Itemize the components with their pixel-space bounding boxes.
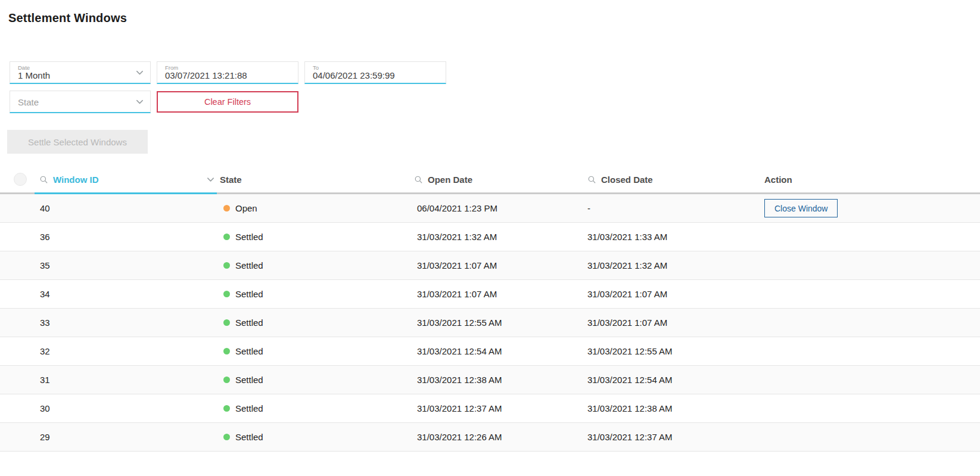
cell-closed-date: 31/03/2021 12:37 AM	[587, 432, 764, 442]
status-label: Settled	[235, 289, 263, 299]
cell-open-date: 31/03/2021 12:38 AM	[406, 375, 587, 385]
cell-window-id: 36	[31, 232, 220, 242]
cell-closed-date: 31/03/2021 1:33 AM	[587, 232, 764, 242]
status-dot-icon	[223, 377, 230, 383]
cell-action: Close Window	[764, 199, 980, 217]
column-header-label: Window ID	[53, 175, 99, 185]
column-header-closed-date[interactable]: Closed Date	[587, 175, 764, 185]
table-row: 29 Settled 31/03/2021 12:26 AM 31/03/202…	[0, 423, 980, 452]
to-input-value: 04/06/2021 23:59:99	[313, 70, 395, 80]
table-body: 40 Open 06/04/2021 1:23 PM - Close Windo…	[0, 194, 980, 452]
cell-open-date: 31/03/2021 12:54 AM	[406, 346, 587, 356]
cell-closed-date: 31/03/2021 12:38 AM	[587, 403, 764, 413]
column-header-window-id[interactable]: Window ID	[31, 175, 220, 185]
table-row: 34 Settled 31/03/2021 1:07 AM 31/03/2021…	[0, 280, 980, 309]
cell-window-id: 35	[31, 260, 220, 270]
status-label: Open	[235, 203, 257, 213]
table-header-row: Window ID State Open Date Closed Date Ac…	[0, 166, 980, 194]
filters-panel: Date 1 Month From 03/07/2021 13:21:88 To…	[10, 61, 980, 113]
state-select-placeholder: State	[18, 97, 39, 107]
column-header-action: Action	[764, 175, 980, 185]
cell-open-date: 06/04/2021 1:23 PM	[406, 203, 587, 213]
cell-window-id: 31	[31, 375, 220, 385]
cell-window-id: 30	[31, 403, 220, 413]
table-row: 32 Settled 31/03/2021 12:54 AM 31/03/202…	[0, 337, 980, 366]
column-header-label: Closed Date	[601, 175, 653, 185]
table-row: 30 Settled 31/03/2021 12:37 AM 31/03/202…	[0, 394, 980, 423]
status-dot-icon	[223, 205, 230, 211]
cell-window-id: 32	[31, 346, 220, 356]
column-header-label: Action	[764, 175, 792, 185]
status-label: Settled	[235, 403, 263, 413]
cell-closed-date: -	[587, 203, 764, 213]
from-input-value: 03/07/2021 13:21:88	[165, 70, 247, 80]
sorted-column-underline	[35, 192, 217, 194]
table-row: 36 Settled 31/03/2021 1:32 AM 31/03/2021…	[0, 223, 980, 251]
sort-chevron-icon[interactable]	[206, 175, 215, 184]
settlement-windows-table: Window ID State Open Date Closed Date Ac…	[0, 166, 980, 452]
select-all-cell	[0, 173, 31, 186]
date-range-select[interactable]: Date 1 Month	[10, 61, 151, 84]
cell-closed-date: 31/03/2021 12:54 AM	[587, 375, 764, 385]
status-label: Settled	[235, 432, 263, 442]
status-dot-icon	[223, 319, 230, 326]
page-title: Settlement Windows	[0, 0, 980, 25]
cell-window-id: 34	[31, 289, 220, 299]
cell-open-date: 31/03/2021 1:07 AM	[406, 260, 587, 270]
column-header-state[interactable]: State	[220, 175, 406, 185]
cell-closed-date: 31/03/2021 1:32 AM	[587, 260, 764, 270]
status-dot-icon	[223, 291, 230, 297]
cell-state: Settled	[220, 403, 406, 413]
cell-state: Open	[220, 203, 406, 213]
status-dot-icon	[223, 405, 230, 412]
column-header-label: Open Date	[428, 175, 472, 185]
cell-open-date: 31/03/2021 12:55 AM	[406, 318, 587, 328]
select-all-checkbox[interactable]	[14, 173, 27, 186]
cell-open-date: 31/03/2021 1:32 AM	[406, 232, 587, 242]
chevron-down-icon	[135, 68, 144, 77]
cell-window-id: 33	[31, 318, 220, 328]
cell-state: Settled	[220, 432, 406, 442]
status-label: Settled	[235, 232, 263, 242]
status-dot-icon	[223, 348, 230, 354]
column-header-open-date[interactable]: Open Date	[406, 175, 587, 185]
status-label: Settled	[235, 260, 263, 270]
state-select[interactable]: State	[10, 91, 151, 113]
cell-closed-date: 31/03/2021 12:55 AM	[587, 346, 764, 356]
cell-state: Settled	[220, 346, 406, 356]
settle-selected-button[interactable]: Settle Selected Windows	[7, 130, 148, 154]
table-row: 33 Settled 31/03/2021 12:55 AM 31/03/202…	[0, 309, 980, 337]
column-header-label: State	[220, 175, 242, 185]
cell-state: Settled	[220, 232, 406, 242]
cell-window-id: 29	[31, 432, 220, 442]
search-icon	[39, 175, 48, 184]
cell-state: Settled	[220, 375, 406, 385]
status-label: Settled	[235, 375, 263, 385]
cell-state: Settled	[220, 289, 406, 299]
status-label: Settled	[235, 346, 263, 356]
status-dot-icon	[223, 434, 230, 440]
table-row: 31 Settled 31/03/2021 12:38 AM 31/03/202…	[0, 366, 980, 394]
table-row: 40 Open 06/04/2021 1:23 PM - Close Windo…	[0, 194, 980, 223]
close-window-button[interactable]: Close Window	[764, 199, 838, 217]
search-icon	[414, 175, 423, 184]
from-date-input[interactable]: From 03/07/2021 13:21:88	[157, 61, 298, 84]
status-dot-icon	[223, 262, 230, 269]
cell-state: Settled	[220, 318, 406, 328]
cell-closed-date: 31/03/2021 1:07 AM	[587, 318, 764, 328]
cell-closed-date: 31/03/2021 1:07 AM	[587, 289, 764, 299]
clear-filters-button[interactable]: Clear Filters	[157, 91, 298, 113]
cell-window-id: 40	[31, 203, 220, 213]
cell-open-date: 31/03/2021 12:26 AM	[406, 432, 587, 442]
cell-open-date: 31/03/2021 12:37 AM	[406, 403, 587, 413]
status-dot-icon	[223, 234, 230, 240]
to-date-input[interactable]: To 04/06/2021 23:59:99	[304, 61, 446, 84]
cell-state: Settled	[220, 260, 406, 270]
status-label: Settled	[235, 318, 263, 328]
date-select-value: 1 Month	[18, 70, 50, 80]
search-icon	[587, 175, 596, 184]
chevron-down-icon	[135, 97, 144, 106]
table-row: 35 Settled 31/03/2021 1:07 AM 31/03/2021…	[0, 251, 980, 280]
cell-open-date: 31/03/2021 1:07 AM	[406, 289, 587, 299]
